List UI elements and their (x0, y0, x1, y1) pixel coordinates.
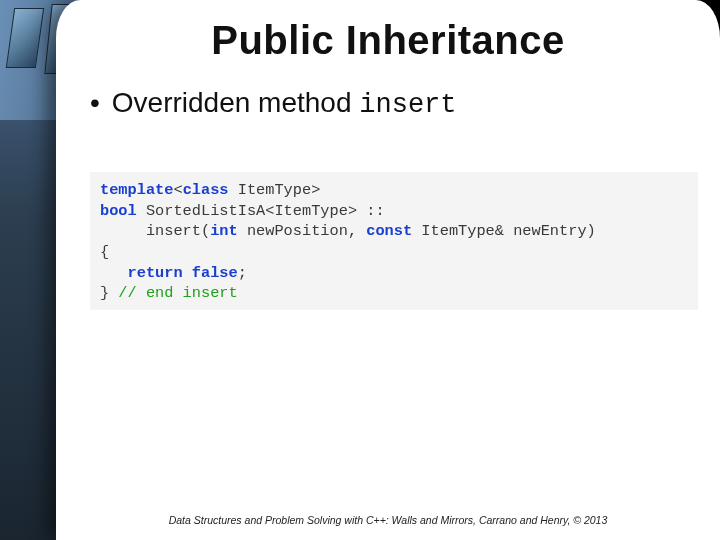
footer-citation: Data Structures and Problem Solving with… (68, 514, 708, 526)
bullet-marker: • (90, 89, 100, 117)
slide-body: Public Inheritance • Overridden method i… (56, 0, 720, 540)
inline-code: insert (359, 90, 456, 120)
slide-title: Public Inheritance (68, 18, 708, 63)
code-block: template<class ItemType> bool SortedList… (90, 172, 698, 310)
bullet-text: Overridden method insert (112, 87, 457, 120)
bullet-item: • Overridden method insert (90, 87, 708, 120)
